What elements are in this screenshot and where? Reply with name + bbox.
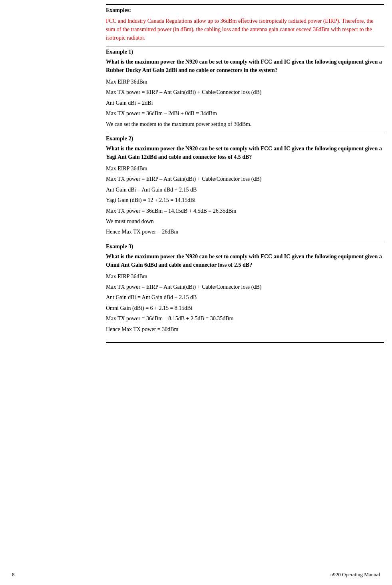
divider-example1 xyxy=(106,46,384,46)
example1-line-2: Ant Gain dBi = 2dBi xyxy=(106,99,384,108)
example3-lines: Max EIRP 36dBm Max TX power = EIRP – Ant… xyxy=(106,272,384,334)
divider-example3 xyxy=(106,241,384,241)
example3-line-2: Ant Gain dBi = Ant Gain dBd + 2.15 dB xyxy=(106,293,384,302)
example2-question: What is the maximum power the N920 can b… xyxy=(106,144,384,161)
bottom-thick-border xyxy=(106,342,384,343)
example1-heading: Example 1) xyxy=(106,49,384,55)
page-number-left: 8 xyxy=(12,571,15,578)
example2-heading: Example 2) xyxy=(106,136,384,142)
example3-line-3: Omni Gain (dBi) = 6 + 2.15 = 8.15dBi xyxy=(106,304,384,313)
example1-lines: Max EIRP 36dBm Max TX power = EIRP – Ant… xyxy=(106,78,384,129)
page-number-right: n920 Operating Manual xyxy=(330,571,380,578)
content-area: Examples: FCC and Industry Canada Regula… xyxy=(106,0,384,367)
example3-line-4: Max TX power = 36dBm – 8.15dB + 2.5dB = … xyxy=(106,314,384,323)
example3-question: What is the maximum power the N920 can b… xyxy=(106,252,384,269)
example3-line-1: Max TX power = EIRP – Ant Gain(dBi) + Ca… xyxy=(106,283,384,292)
divider-example2 xyxy=(106,133,384,133)
example1-line-1: Max TX power = EIRP – Ant Gain(dBi) + Ca… xyxy=(106,88,384,97)
example2-lines: Max EIRP 36dBm Max TX power = EIRP – Ant… xyxy=(106,164,384,237)
examples-label: Examples: xyxy=(106,7,384,14)
example2-line-4: Max TX power = 36dBm – 14.15dB + 4.5dB =… xyxy=(106,207,384,216)
top-border xyxy=(106,4,384,5)
example2-line-2: Ant Gain dBi = Ant Gain dBd + 2.15 dB xyxy=(106,186,384,194)
example2-line-0: Max EIRP 36dBm xyxy=(106,164,384,173)
page-container: Examples: FCC and Industry Canada Regula… xyxy=(0,0,392,585)
example1-line-4: We can set the modem to the maximum powe… xyxy=(106,120,384,129)
intro-red-text: FCC and Industry Canada Regulations allo… xyxy=(106,17,384,42)
example2-line-3: Yagi Gain (dBi) = 12 + 2.15 = 14.15dBi xyxy=(106,196,384,205)
example3-line-0: Max EIRP 36dBm xyxy=(106,272,384,281)
example3-line-5: Hence Max TX power = 30dBm xyxy=(106,325,384,334)
example1-line-0: Max EIRP 36dBm xyxy=(106,78,384,86)
example2-line-5: We must round down xyxy=(106,217,384,226)
example1-question: What is the maximum power the N920 can b… xyxy=(106,58,384,74)
example1-line-3: Max TX power = 36dBm – 2dBi + 0dB = 34dB… xyxy=(106,109,384,118)
left-margin xyxy=(0,0,106,585)
example2-line-1: Max TX power = EIRP – Ant Gain(dBi) + Ca… xyxy=(106,175,384,184)
example2-line-6: Hence Max TX power = 26dBm xyxy=(106,228,384,236)
example3-heading: Example 3) xyxy=(106,244,384,250)
